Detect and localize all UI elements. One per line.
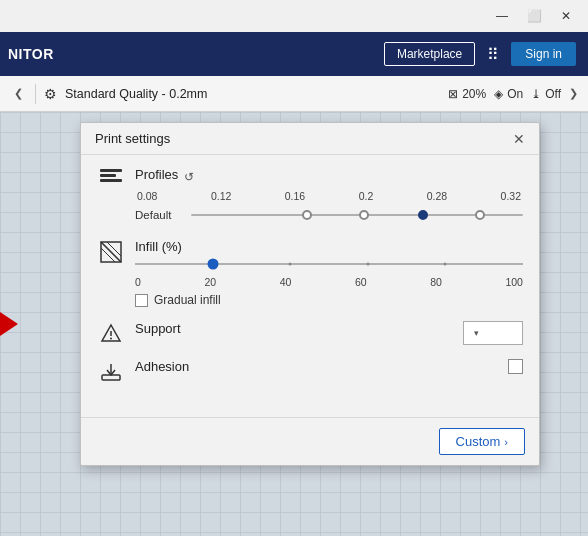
support-content: Support [135,321,453,336]
infill-tick-2 [366,263,369,266]
dialog-body: Profiles ↺ 0.08 0.12 0.16 0.2 0.28 0.32 [81,155,539,413]
profiles-reset-icon[interactable]: ↺ [184,170,194,184]
infill-scale-80: 80 [430,276,442,288]
profiles-label: Profiles [135,167,178,182]
scale-0.16: 0.16 [285,190,305,202]
dialog-header: Print settings ✕ [81,123,539,155]
support-dropdown-chevron: ▾ [474,328,479,338]
icon-line-3 [100,179,122,182]
app-title: NITOR [8,46,54,62]
grid-icon[interactable]: ⠿ [483,41,503,68]
toolbar: ❮ ⚙ Standard Quality - 0.2mm ⊠ 20% ◈ On … [0,76,588,112]
infill-label: Infill (%) [135,239,182,254]
profile-slider-track [191,214,523,216]
infill-svg-icon [100,241,122,263]
adhesion-toolbar-icon: ⤓ [531,87,541,101]
gradual-infill-row: Gradual infill [135,293,523,307]
title-bar: — ⬜ ✕ [0,0,588,32]
profile-name-label: Standard Quality - 0.2mm [65,87,207,101]
profiles-icon-lines [100,169,122,182]
profile-settings-icon: ⚙ [44,86,57,102]
support-toolbar-icon: ◈ [494,87,503,101]
adhesion-label: Adhesion [135,359,189,374]
infill-icon [97,241,125,263]
profile-slider-track-container[interactable] [191,205,523,225]
marketplace-button[interactable]: Marketplace [384,42,475,66]
profile-dot-active[interactable] [418,210,428,220]
svg-line-1 [101,242,121,262]
profile-dot-4[interactable] [475,210,485,220]
svg-line-2 [101,248,115,262]
close-button[interactable]: ✕ [552,6,580,26]
profile-default-label: Default [135,209,183,221]
infill-slider-container: 0 20 40 60 80 100 Gradual infill [135,254,523,307]
profile-scale-area: 0.08 0.12 0.16 0.2 0.28 0.32 Default [135,190,523,225]
adhesion-svg-icon [100,361,122,383]
infill-scale-20: 20 [204,276,216,288]
main-area: Print settings ✕ Profiles ↺ [0,112,588,536]
svg-line-3 [107,242,121,256]
svg-point-6 [110,338,112,340]
custom-button[interactable]: Custom › [439,428,525,455]
toolbar-chevron-left[interactable]: ❮ [10,85,27,102]
infill-tick-3 [444,263,447,266]
infill-content: Infill (%) 0 20 [135,239,523,307]
profile-scale: 0.08 0.12 0.16 0.2 0.28 0.32 [135,190,523,202]
infill-toolbar-item: ⊠ 20% [448,87,486,101]
dialog-footer: Custom › [81,417,539,465]
app-header: NITOR Marketplace ⠿ Sign in [0,32,588,76]
adhesion-section: Adhesion [97,359,523,383]
support-toolbar-value: On [507,87,523,101]
infill-track [135,263,523,265]
toolbar-divider [35,84,36,104]
support-icon [97,323,125,345]
profile-dot-1[interactable] [302,210,312,220]
infill-section: Infill (%) 0 20 [97,239,523,307]
infill-scale-40: 40 [280,276,292,288]
infill-scale-0: 0 [135,276,141,288]
dialog-title: Print settings [95,131,170,146]
infill-track-container[interactable] [135,254,523,274]
infill-toolbar-icon: ⊠ [448,87,458,101]
gradual-infill-label: Gradual infill [154,293,221,307]
scale-0.08: 0.08 [137,190,157,202]
profiles-icon [97,169,125,182]
toolbar-chevron-right[interactable]: ❯ [569,87,578,100]
infill-scale-100: 100 [505,276,523,288]
adhesion-content: Adhesion [135,359,498,374]
red-arrow-indicator [0,312,18,336]
infill-slider-dot[interactable] [207,259,218,270]
signin-button[interactable]: Sign in [511,42,576,66]
profile-slider-row: Default [135,205,523,225]
custom-button-label: Custom [456,434,501,449]
support-section: Support ▾ [97,321,523,345]
minimize-button[interactable]: — [488,6,516,26]
print-settings-dialog: Print settings ✕ Profiles ↺ [80,122,540,466]
header-actions: Marketplace ⠿ Sign in [384,41,576,68]
scale-0.12: 0.12 [211,190,231,202]
infill-scale: 0 20 40 60 80 100 [135,276,523,288]
adhesion-icon [97,361,125,383]
support-dropdown[interactable]: ▾ [463,321,523,345]
custom-chevron-icon: › [504,436,508,448]
maximize-button[interactable]: ⬜ [520,6,548,26]
scale-0.20: 0.2 [359,190,374,202]
profiles-header: Profiles ↺ [135,167,523,186]
profile-dot-2[interactable] [359,210,369,220]
icon-line-1 [100,169,122,172]
profiles-section: Profiles ↺ 0.08 0.12 0.16 0.2 0.28 0.32 [97,167,523,225]
support-toolbar-item: ◈ On [494,87,523,101]
profiles-content: Profiles ↺ 0.08 0.12 0.16 0.2 0.28 0.32 [135,167,523,225]
scale-0.28: 0.28 [427,190,447,202]
dialog-close-button[interactable]: ✕ [511,132,527,146]
adhesion-toolbar-item: ⤓ Off [531,87,561,101]
support-label: Support [135,321,181,336]
infill-scale-60: 60 [355,276,367,288]
scale-0.32: 0.32 [501,190,521,202]
infill-toolbar-value: 20% [462,87,486,101]
support-svg-icon [100,323,122,345]
adhesion-checkbox[interactable] [508,359,523,374]
gradual-infill-checkbox[interactable] [135,294,148,307]
adhesion-toolbar-value: Off [545,87,561,101]
icon-line-2 [100,174,116,177]
